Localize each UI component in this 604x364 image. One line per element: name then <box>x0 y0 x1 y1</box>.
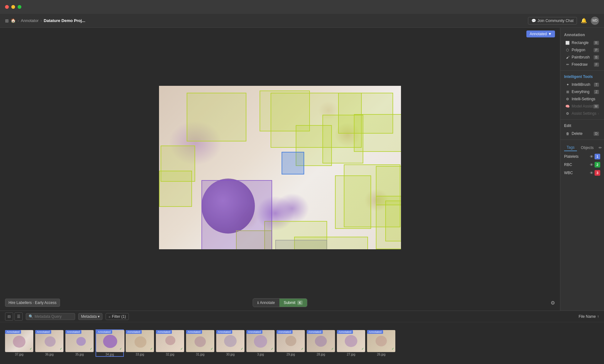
submit-button[interactable]: Submit K <box>279 299 307 307</box>
grid-icon[interactable]: ⊞ <box>5 18 9 23</box>
canvas-toolbar: Annotated ▼ <box>0 28 560 40</box>
maximize-button[interactable] <box>18 5 21 9</box>
thumb-badge: Annotated <box>65 330 81 334</box>
bottom-toolbar: ⊟ ☰ 🔍 Metadata ▾ ⬦ Filter (1) File Name … <box>0 311 604 322</box>
canvas-wrapper[interactable] <box>0 40 560 295</box>
eye-icon-rbc[interactable]: 👁 <box>590 163 593 167</box>
thumbnail-strip[interactable]: Annotated ✓ 37.jpg Annotated ✓ 36.jpg An… <box>0 322 604 364</box>
anno-rect-gray[interactable] <box>275 240 327 249</box>
bell-icon[interactable]: 🔔 <box>581 18 587 24</box>
thumb-35[interactable]: Annotated ✓ 35.jpg <box>65 330 94 356</box>
tag-badge-platelets: 1 <box>595 154 600 159</box>
bottom-toolbar-left: ⊟ ☰ 🔍 Metadata ▾ ⬦ Filter (1) <box>5 312 129 321</box>
model-assist-icon: 🧠 <box>565 104 570 108</box>
filter-icon: ⬦ <box>108 314 111 319</box>
thumb-33[interactable]: Annotated ✓ 33.jpg <box>126 330 154 356</box>
tool-assist-settings[interactable]: ⚙ Assist Settings › <box>562 110 603 117</box>
navbar-right: 💬 Join Community Chat 🔔 WD <box>528 17 599 25</box>
hire-labellers-button[interactable]: Hire Labellers · Early Access <box>5 299 60 307</box>
tool-intelli-settings[interactable]: ⚙ Intelli-Settings <box>562 96 603 102</box>
navbar: ⊞ 🏠 › Annotator › Datature Demo Proj... … <box>0 14 604 28</box>
tool-model-assist[interactable]: 🧠 Model Assist M <box>562 103 603 110</box>
anno-rect-blue-small[interactable] <box>282 152 304 174</box>
community-icon: 💬 <box>531 19 536 23</box>
search-icon: 🔍 <box>29 314 33 319</box>
close-button[interactable] <box>5 5 9 9</box>
tool-intellibrush[interactable]: ✦ IntelliBrush T <box>562 81 603 88</box>
view-icons: ⊟ ☰ <box>5 312 23 321</box>
paintbrush-icon: 🖌 <box>565 55 570 59</box>
annotate-button[interactable]: ℹ Annotate <box>253 299 279 307</box>
thumb-3[interactable]: Annotated ✓ 3.jpg <box>246 330 275 356</box>
bottom-toolbar-right: File Name ↑ <box>579 314 599 319</box>
avatar[interactable]: WD <box>591 17 599 25</box>
polygon-icon: ⬡ <box>565 48 570 52</box>
settings-icon-button[interactable]: ⚙ <box>551 300 555 306</box>
tag-badge-rbc: 2 <box>595 162 600 168</box>
filter-button[interactable]: ⬦ Filter (1) <box>106 313 129 320</box>
tool-freedraw[interactable]: ✏ Freedraw F <box>562 61 603 68</box>
thumb-36[interactable]: Annotated ✓ 36.jpg <box>35 330 63 356</box>
main-canvas[interactable] <box>159 86 401 249</box>
checkmark-icon: ✓ <box>331 347 334 350</box>
right-sidebar: Annotation ⬜ Rectangle R ⬡ Polygon P 🖌 P… <box>560 28 604 311</box>
filename-sort[interactable]: File Name ↑ <box>579 314 599 319</box>
thumb-27[interactable]: Annotated ✓ 27.jpg <box>337 330 365 356</box>
intelli-settings-icon: ⚙ <box>565 97 570 101</box>
anno-rect-9[interactable] <box>161 146 195 182</box>
metadata-dropdown[interactable]: Metadata ▾ <box>78 313 102 320</box>
divider-3 <box>560 140 604 140</box>
eye-icon-platelets[interactable]: 👁 <box>590 155 593 158</box>
eye-icon-wbc[interactable]: 👁 <box>590 171 593 175</box>
anno-rect-1[interactable] <box>187 93 246 141</box>
thumb-badge: Annotated <box>126 330 142 334</box>
intellibrush-icon: ✦ <box>565 82 570 87</box>
tab-tags[interactable]: Tags <box>564 144 577 151</box>
checkmark-icon: ✓ <box>392 347 394 350</box>
divider-1 <box>560 70 604 71</box>
annotation-section-title: Annotation <box>560 31 604 39</box>
sort-asc-icon: ↑ <box>597 314 599 319</box>
checkmark-icon: ✓ <box>211 347 213 350</box>
grid-view-button[interactable]: ⊟ <box>5 312 13 321</box>
home-icon[interactable]: 🏠 <box>11 18 16 23</box>
thumb-badge: Annotated <box>186 330 202 334</box>
tag-row-platelets[interactable]: Platelets 👁 1 <box>560 152 604 161</box>
thumb-29[interactable]: Annotated ✓ 29.jpg <box>277 330 305 356</box>
minimize-button[interactable] <box>11 5 15 9</box>
tool-delete[interactable]: 🗑 Delete D <box>562 130 603 137</box>
thumb-badge: Annotated <box>246 330 262 334</box>
main-area: ❓ Annotated ▼ <box>0 28 604 311</box>
tool-rectangle[interactable]: ⬜ Rectangle R <box>562 39 603 46</box>
thumb-28[interactable]: Annotated ✓ 28.jpg <box>307 330 335 356</box>
edit-pencil-icon[interactable]: ✏ <box>599 146 602 150</box>
tag-row-wbc[interactable]: WBC 👁 3 <box>560 169 604 177</box>
tool-paintbrush[interactable]: 🖌 Paintbrush B <box>562 54 603 61</box>
annotator-link[interactable]: Annotator <box>21 18 38 23</box>
thumb-34[interactable]: Annotated ✓ 34.jpg <box>96 329 124 357</box>
search-input[interactable] <box>35 314 72 319</box>
annotated-dropdown[interactable]: Annotated ▼ <box>526 30 555 37</box>
anno-rect-14[interactable] <box>376 196 401 249</box>
checkmark-icon: ✓ <box>180 347 183 350</box>
rectangle-icon: ⬜ <box>565 41 570 45</box>
submit-shortcut: K <box>297 301 303 305</box>
anno-rect-purple[interactable] <box>201 180 272 249</box>
community-button[interactable]: 💬 Join Community Chat <box>528 17 577 25</box>
thumb-badge: Annotated <box>156 330 172 334</box>
checkmark-icon: ✓ <box>150 347 153 350</box>
thumb-37[interactable]: Annotated ✓ 37.jpg <box>5 330 33 356</box>
tool-polygon[interactable]: ⬡ Polygon P <box>562 47 603 53</box>
tab-objects[interactable]: Objects <box>578 144 596 151</box>
tags-objects-bar: Tags Objects ✏ <box>560 142 604 152</box>
thumb-31[interactable]: Annotated ✓ 31.jpg <box>186 330 214 356</box>
tag-row-rbc[interactable]: RBC 👁 2 <box>560 161 604 169</box>
thumb-30[interactable]: Annotated ✓ 30.jpg <box>216 330 244 356</box>
tool-everything[interactable]: ⊞ Everything Z <box>562 88 603 95</box>
everything-icon: ⊞ <box>565 90 570 94</box>
divider-2 <box>560 119 604 120</box>
list-view-button[interactable]: ☰ <box>14 312 23 321</box>
thumb-32[interactable]: Annotated ✓ 32.jpg <box>156 330 184 356</box>
thumb-26[interactable]: Annotated ✓ 26.jpg <box>367 330 395 356</box>
freedraw-icon: ✏ <box>565 62 570 67</box>
